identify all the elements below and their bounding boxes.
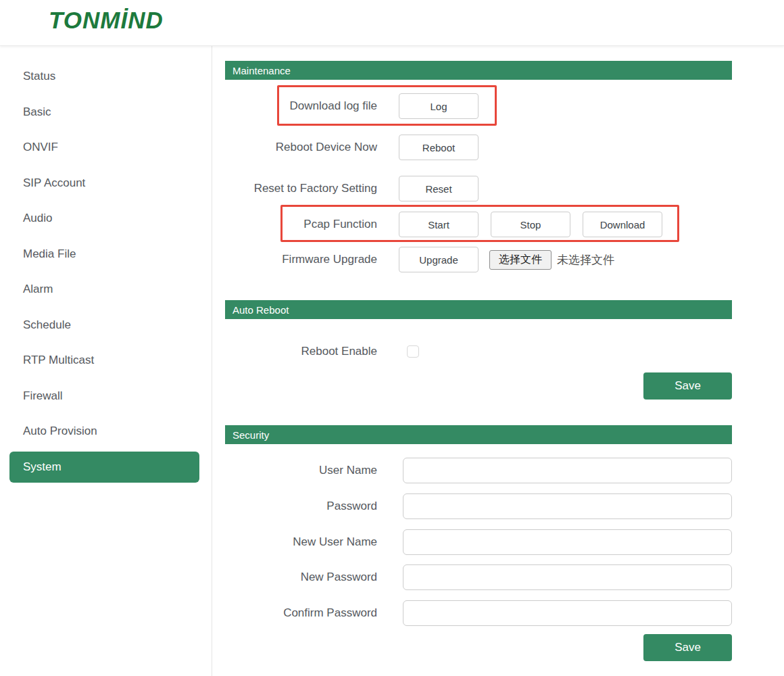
upgrade-button[interactable]: Upgrade <box>399 247 479 272</box>
download-log-row: Download log file Log <box>225 93 732 119</box>
user-name-field[interactable] <box>403 458 732 483</box>
tonmind-logo: TONMİND <box>49 7 164 34</box>
password-field[interactable] <box>403 493 732 519</box>
reboot-enable-label: Reboot Enable <box>225 345 377 358</box>
choose-file-button[interactable]: 选择文件 <box>489 250 552 270</box>
sidebar-item-system[interactable]: System <box>9 452 199 483</box>
user-name-row: User Name <box>225 458 732 483</box>
sidebar-nav: Status Basic ONVIF SIP Account Audio Med… <box>0 46 212 676</box>
log-button[interactable]: Log <box>399 93 479 119</box>
reboot-enable-checkbox[interactable] <box>407 345 419 358</box>
pcap-function-label: Pcap Function <box>225 218 377 231</box>
sidebar-item-rtp-multicast[interactable]: RTP Multicast <box>0 343 212 379</box>
pcap-start-button[interactable]: Start <box>399 212 479 237</box>
sidebar-item-media-file[interactable]: Media File <box>0 237 212 272</box>
auto-reboot-section-title: Auto Reboot <box>232 304 289 316</box>
reboot-device-label: Reboot Device Now <box>225 141 377 154</box>
download-log-label: Download log file <box>225 99 377 113</box>
new-user-name-row: New User Name <box>225 529 732 555</box>
page: TONMİND Status Basic ONVIF SIP Account A… <box>0 0 784 676</box>
auto-reboot-save-button[interactable]: Save <box>643 372 732 400</box>
confirm-password-field[interactable] <box>403 600 732 626</box>
new-password-label: New Password <box>225 571 377 584</box>
file-status-text: 未选择文件 <box>557 252 614 268</box>
security-section-title: Security <box>232 429 269 441</box>
reboot-enable-row: Reboot Enable <box>225 339 732 364</box>
pcap-function-row: Pcap Function Start Stop Download <box>225 212 732 237</box>
sidebar-item-alarm[interactable]: Alarm <box>0 272 212 308</box>
firmware-upgrade-row: Firmware Upgrade Upgrade 选择文件 未选择文件 <box>225 247 732 272</box>
reboot-device-row: Reboot Device Now Reboot <box>225 135 732 160</box>
firmware-upgrade-label: Firmware Upgrade <box>225 253 377 266</box>
user-name-label: User Name <box>225 464 377 477</box>
password-label: Password <box>225 500 377 513</box>
security-section-header: Security <box>225 425 732 444</box>
sidebar-item-schedule[interactable]: Schedule <box>0 308 212 343</box>
maintenance-section-title: Maintenance <box>232 65 291 76</box>
auto-reboot-section-header: Auto Reboot <box>225 300 732 319</box>
sidebar-item-firewall[interactable]: Firewall <box>0 379 212 414</box>
sidebar-item-onvif[interactable]: ONVIF <box>0 130 212 166</box>
maintenance-section-header: Maintenance <box>225 61 732 80</box>
security-save-button[interactable]: Save <box>643 634 732 661</box>
confirm-password-row: Confirm Password <box>225 600 732 626</box>
top-header: TONMİND <box>0 0 784 46</box>
pcap-download-button[interactable]: Download <box>583 212 662 237</box>
reset-button[interactable]: Reset <box>399 176 479 201</box>
sidebar-item-audio[interactable]: Audio <box>0 201 212 237</box>
factory-reset-label: Reset to Factory Setting <box>225 182 377 195</box>
factory-reset-row: Reset to Factory Setting Reset <box>225 176 732 201</box>
new-user-name-label: New User Name <box>225 535 377 549</box>
sidebar-item-auto-provision[interactable]: Auto Provision <box>0 414 212 450</box>
sidebar-item-sip-account[interactable]: SIP Account <box>0 166 212 201</box>
confirm-password-label: Confirm Password <box>225 606 377 620</box>
password-row: Password <box>225 493 732 519</box>
reboot-button[interactable]: Reboot <box>399 135 479 160</box>
pcap-stop-button[interactable]: Stop <box>491 212 570 237</box>
sidebar-item-status[interactable]: Status <box>0 59 212 95</box>
new-password-row: New Password <box>225 564 732 590</box>
sidebar-item-basic[interactable]: Basic <box>0 95 212 130</box>
new-user-name-field[interactable] <box>403 529 732 555</box>
new-password-field[interactable] <box>403 564 732 590</box>
